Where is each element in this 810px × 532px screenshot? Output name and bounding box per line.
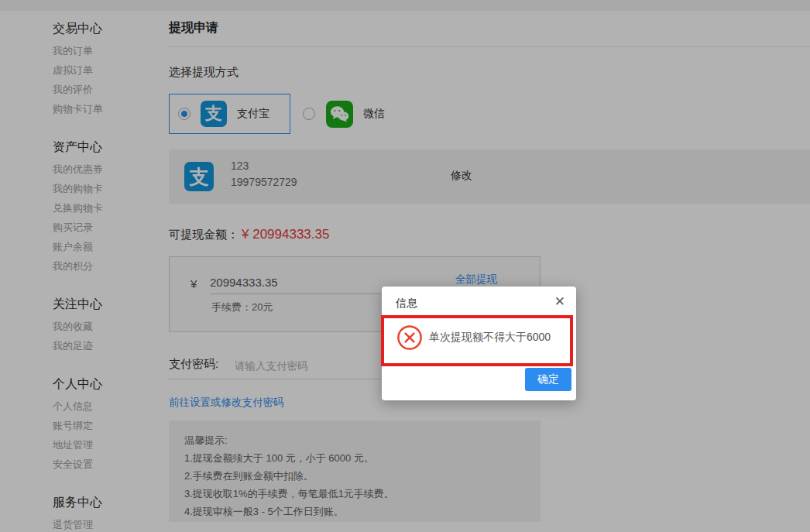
withdraw-page: 交易中心 我的订单 虚拟订单 我的评价 购物卡订单 资产中心 我的优惠券 我的购… <box>0 0 810 532</box>
error-icon <box>396 324 423 351</box>
dialog-message: 单次提现额不得大于6000 <box>429 331 551 345</box>
dialog-title: 信息 <box>396 297 417 311</box>
message-dialog: 信息 ✕ 单次提现额不得大于6000 确定 <box>382 287 576 400</box>
close-icon[interactable]: ✕ <box>554 294 565 310</box>
modal-overlay <box>0 0 810 532</box>
confirm-button[interactable]: 确定 <box>525 368 571 391</box>
